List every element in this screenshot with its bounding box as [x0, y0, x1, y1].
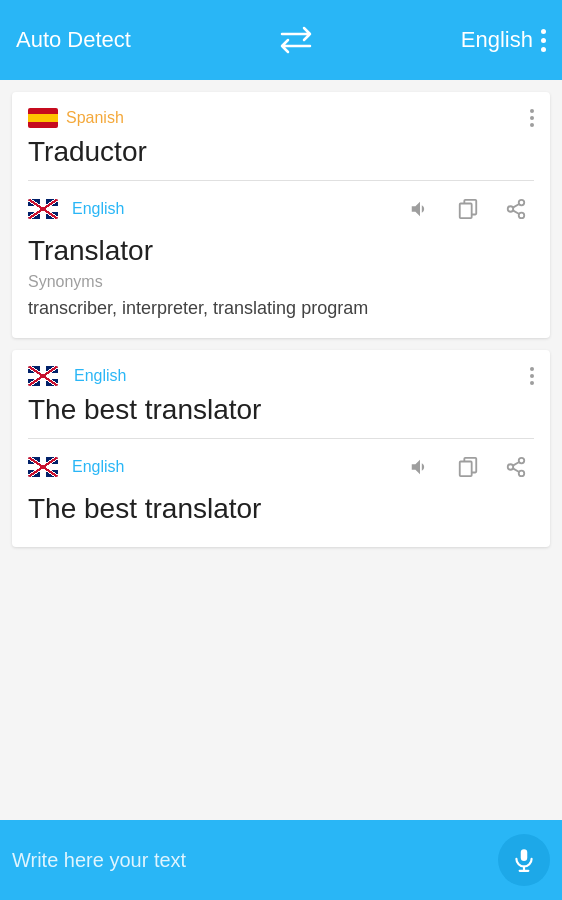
more-options-button[interactable]: [541, 29, 546, 52]
card-2-source-text: The best translator: [28, 394, 534, 426]
card-2-translated-text: The best translator: [28, 493, 534, 525]
translation-card-1: Spanish Traductor English: [12, 92, 550, 338]
swap-icon[interactable]: [278, 26, 314, 54]
uk-flag-3: [28, 457, 58, 477]
uk-flag-2: [28, 366, 58, 386]
svg-point-4: [519, 213, 525, 219]
microphone-button[interactable]: [498, 834, 550, 886]
card-2-target-lang: English: [28, 457, 124, 477]
svg-rect-14: [521, 849, 528, 861]
card-1-menu-button[interactable]: [530, 109, 534, 127]
card-1-audio-button[interactable]: [402, 191, 438, 227]
card-1-synonyms-label: Synonyms: [28, 273, 534, 291]
header-right-group: English: [461, 27, 546, 53]
card-2-divider-row: English: [28, 438, 534, 485]
uk-flag-1: [28, 199, 58, 219]
card-1-source-lang: Spanish: [28, 108, 124, 128]
card-1-share-button[interactable]: [498, 191, 534, 227]
svg-line-5: [513, 210, 519, 214]
card-2-audio-button[interactable]: [402, 449, 438, 485]
card-2-share-button[interactable]: [498, 449, 534, 485]
svg-point-11: [519, 471, 525, 477]
source-language-label[interactable]: Auto Detect: [16, 27, 131, 53]
card-1-copy-button[interactable]: [450, 191, 486, 227]
card-1-header: Spanish: [28, 108, 534, 128]
card-2-copy-button[interactable]: [450, 449, 486, 485]
card-1-target-lang: English: [28, 199, 124, 219]
svg-line-12: [513, 468, 519, 472]
card-1-translated-text: Translator: [28, 235, 534, 267]
svg-point-9: [519, 458, 525, 464]
spanish-flag: [28, 108, 58, 128]
card-1-synonyms-text: transcriber, interpreter, translating pr…: [28, 295, 534, 322]
card-2-actions: [402, 449, 534, 485]
content-area: Spanish Traductor English: [0, 80, 562, 820]
svg-rect-1: [460, 204, 472, 219]
card-1-divider-row: English: [28, 180, 534, 227]
card-1-source-text: Traductor: [28, 136, 534, 168]
svg-line-13: [513, 462, 519, 466]
svg-point-3: [508, 206, 514, 212]
card-2-header: English: [28, 366, 534, 386]
svg-line-6: [513, 204, 519, 208]
svg-point-10: [508, 464, 514, 470]
translation-card-2: English The best translator English: [12, 350, 550, 547]
svg-point-2: [519, 200, 525, 206]
text-input[interactable]: [12, 849, 488, 872]
card-2-menu-button[interactable]: [530, 367, 534, 385]
card-1-actions: [402, 191, 534, 227]
target-language-label[interactable]: English: [461, 27, 533, 53]
app-header: Auto Detect English: [0, 0, 562, 80]
bottom-input-bar: [0, 820, 562, 900]
svg-rect-8: [460, 462, 472, 477]
card-2-source-lang: English: [28, 366, 126, 386]
